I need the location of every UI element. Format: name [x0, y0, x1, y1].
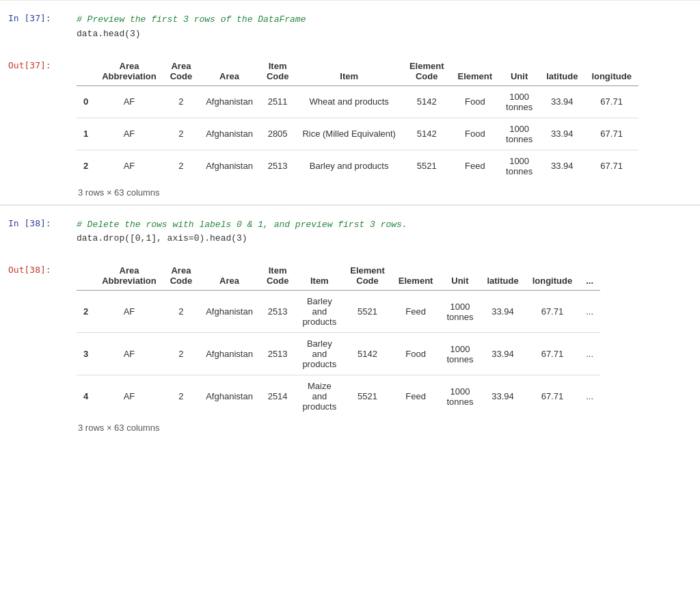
th-element-code-37: ElementCode	[403, 57, 451, 86]
th-unit-38: Unit	[440, 261, 480, 291]
code-comment-37: # Preview the first 3 rows of the DataFr…	[77, 13, 692, 27]
table-row: 0AF2Afghanistan2511Wheat and products514…	[77, 85, 638, 118]
th-area-37: Area	[199, 57, 260, 86]
cell-38-label: In [38]:	[0, 213, 68, 252]
th-element-code-38: ElementCode	[343, 261, 392, 291]
output-label-38: Out[38]:	[0, 261, 68, 433]
dataframe-37: AreaAbbreviation AreaCode Area ItemCode …	[77, 57, 638, 182]
dataframe-38: AreaAbbreviation AreaCode Area ItemCode …	[77, 261, 600, 417]
th-index-37	[77, 57, 95, 86]
cell-38-input: In [38]: # Delete the rows with labels 0…	[0, 205, 700, 259]
table-row: 3AF2Afghanistan2513Barleyandproducts5142…	[77, 333, 600, 375]
cell-38-code[interactable]: # Delete the rows with labels 0 & 1, and…	[68, 213, 700, 252]
table-row: 1AF2Afghanistan2805Rice (Milled Equivale…	[77, 118, 638, 150]
output-label-37: Out[37]:	[0, 57, 68, 198]
table-row: 4AF2Afghanistan2514Maizeandproducts5521F…	[77, 375, 600, 418]
code-comment-38: # Delete the rows with labels 0 & 1, and…	[77, 218, 692, 232]
row-count-38: 3 rows × 63 columns	[77, 423, 692, 433]
th-area-abbrev-37: AreaAbbreviation	[95, 57, 163, 86]
th-area-code-38: AreaCode	[163, 261, 200, 291]
code-main-37: data.head(3)	[77, 27, 692, 42]
th-ellipsis-38: ...	[579, 261, 600, 291]
cell-37-label: In [37]:	[0, 8, 68, 47]
output-content-37: AreaAbbreviation AreaCode Area ItemCode …	[68, 57, 700, 198]
th-area-abbrev-38: AreaAbbreviation	[95, 261, 163, 291]
th-longitude-38: longitude	[526, 261, 580, 291]
table-row: 2AF2Afghanistan2513Barleyandproducts5521…	[77, 291, 600, 333]
th-area-38: Area	[199, 261, 260, 291]
th-latitude-37: latitude	[539, 57, 584, 86]
th-unit-37: Unit	[499, 57, 539, 86]
th-element-38: Element	[392, 261, 440, 291]
cell-37-code[interactable]: # Preview the first 3 rows of the DataFr…	[68, 8, 700, 47]
th-item-37: Item	[295, 57, 403, 86]
table-row: 2AF2Afghanistan2513Barley and products55…	[77, 150, 638, 182]
th-item-code-38: ItemCode	[260, 261, 296, 291]
code-main-38: data.drop([0,1], axis=0).head(3)	[77, 232, 692, 246]
th-area-code-37: AreaCode	[163, 57, 200, 86]
th-index-38	[77, 261, 95, 291]
row-count-37: 3 rows × 63 columns	[77, 187, 692, 198]
th-item-38: Item	[295, 261, 343, 291]
output-content-38: AreaAbbreviation AreaCode Area ItemCode …	[68, 261, 700, 433]
th-latitude-38: latitude	[480, 261, 525, 291]
th-element-37: Element	[451, 57, 500, 86]
th-item-code-37: ItemCode	[260, 57, 296, 86]
cell-37-output: Out[37]: AreaAbbreviation AreaCode Area …	[0, 54, 700, 204]
th-longitude-37: longitude	[584, 57, 638, 86]
cell-38-output: Out[38]: AreaAbbreviation AreaCode Area …	[0, 258, 700, 440]
cell-37-input: In [37]: # Preview the first 3 rows of t…	[0, 0, 700, 54]
